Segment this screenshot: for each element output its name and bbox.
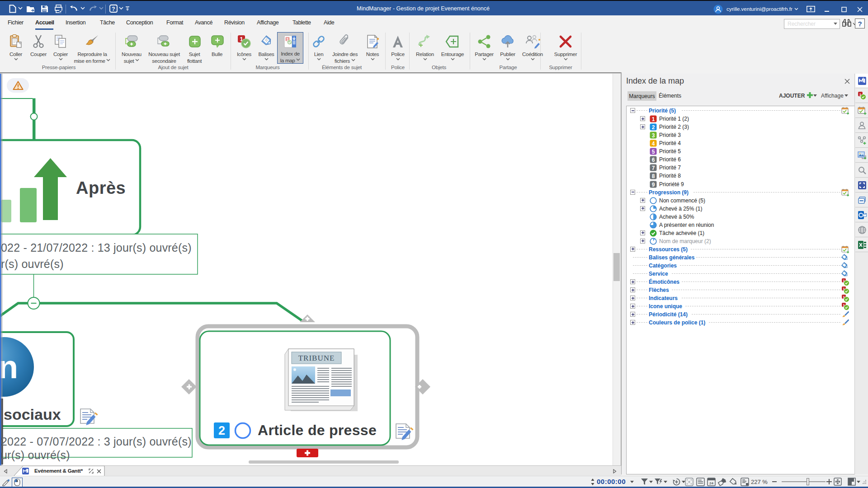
svg-text:1: 1	[652, 116, 655, 122]
svg-text:5: 5	[652, 149, 655, 155]
svg-text:in: in	[0, 349, 18, 385]
svg-text:9: 9	[652, 181, 655, 188]
svg-text:TRIBUNE: TRIBUNE	[298, 354, 335, 362]
svg-text:7: 7	[652, 165, 655, 171]
svg-text:6: 6	[652, 157, 655, 163]
svg-text:2: 2	[652, 124, 655, 131]
svg-text:2: 2	[218, 424, 225, 437]
svg-text:3: 3	[652, 132, 655, 139]
svg-text:8: 8	[652, 173, 655, 179]
svg-text:24: 24	[709, 481, 713, 485]
svg-text:4: 4	[652, 141, 655, 147]
